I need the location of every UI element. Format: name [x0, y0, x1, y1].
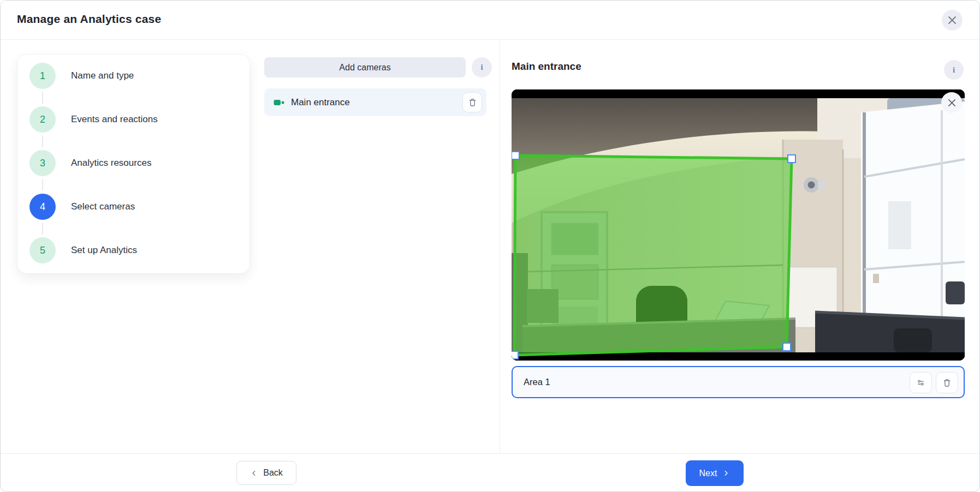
step-number-badge: 5	[29, 237, 56, 263]
panel-divider	[500, 40, 500, 453]
preview-close-button[interactable]	[941, 92, 962, 113]
step-connector	[42, 135, 43, 147]
area-delete-button[interactable]	[936, 372, 958, 393]
step-connector	[42, 92, 43, 104]
step-number-badge: 2	[29, 106, 56, 133]
step-item-events-and-reactions[interactable]: 2 Events and reactions	[29, 106, 237, 133]
step-number-badge-active: 4	[29, 194, 56, 220]
step-label: Name and type	[71, 70, 134, 81]
step-item-select-cameras[interactable]: 4 Select cameras	[29, 194, 237, 220]
modal-header: Manage an Analytics case	[1, 1, 979, 40]
step-connector	[42, 179, 43, 191]
detection-area-polygon[interactable]	[514, 155, 792, 355]
area-resize-handle[interactable]	[788, 155, 795, 163]
step-connector	[42, 223, 43, 235]
area-name-value: Area 1	[524, 377, 550, 387]
area-resize-handle[interactable]	[512, 351, 518, 359]
detection-area-overlay[interactable]	[512, 89, 965, 361]
step-item-analytics-resources[interactable]: 3 Analytics resources	[29, 150, 237, 176]
preview-info-button[interactable]: i	[944, 60, 964, 80]
sliders-icon	[916, 377, 926, 388]
step-label: Events and reactions	[71, 114, 158, 125]
next-button-label: Next	[699, 469, 717, 478]
area-settings-button[interactable]	[910, 372, 932, 393]
info-icon: i	[480, 63, 483, 72]
area-resize-handle[interactable]	[512, 152, 519, 159]
cameras-info-button[interactable]: i	[472, 57, 492, 77]
add-cameras-button[interactable]: Add cameras	[264, 57, 466, 77]
wizard-stepper-card: 1 Name and type 2 Events and reactions 3…	[17, 54, 250, 274]
back-button[interactable]: Back	[236, 461, 296, 485]
modal-close-button[interactable]	[942, 10, 963, 31]
chevron-left-icon	[250, 469, 258, 477]
delete-camera-button[interactable]	[462, 92, 482, 112]
step-label: Set up Analytics	[71, 245, 137, 256]
trash-icon	[467, 97, 478, 107]
camera-name: Main entrance	[291, 97, 350, 108]
info-icon: i	[953, 65, 955, 75]
area-resize-handle[interactable]	[783, 343, 791, 351]
close-icon	[948, 99, 956, 107]
footer-divider	[1, 453, 979, 454]
camera-preview-frame	[512, 89, 965, 361]
close-icon	[948, 16, 957, 25]
video-camera-icon	[272, 96, 286, 109]
back-button-label: Back	[263, 468, 283, 478]
chevron-right-icon	[722, 469, 730, 477]
manage-analytics-case-modal: Manage an Analytics case 1 Name and type…	[0, 0, 980, 492]
step-label: Select cameras	[71, 201, 135, 212]
step-number-badge: 3	[29, 150, 56, 176]
next-button[interactable]: Next	[686, 460, 744, 486]
modal-title: Manage an Analytics case	[17, 13, 161, 26]
step-number-badge: 1	[29, 63, 56, 89]
preview-title: Main entrance	[512, 61, 581, 73]
area-name-field[interactable]: Area 1	[512, 366, 965, 398]
camera-list-item-main-entrance[interactable]: Main entrance	[264, 88, 486, 116]
step-item-set-up-analytics[interactable]: 5 Set up Analytics	[29, 237, 237, 263]
step-label: Analytics resources	[71, 158, 151, 169]
step-item-name-and-type[interactable]: 1 Name and type	[29, 63, 237, 89]
trash-icon	[942, 377, 952, 388]
